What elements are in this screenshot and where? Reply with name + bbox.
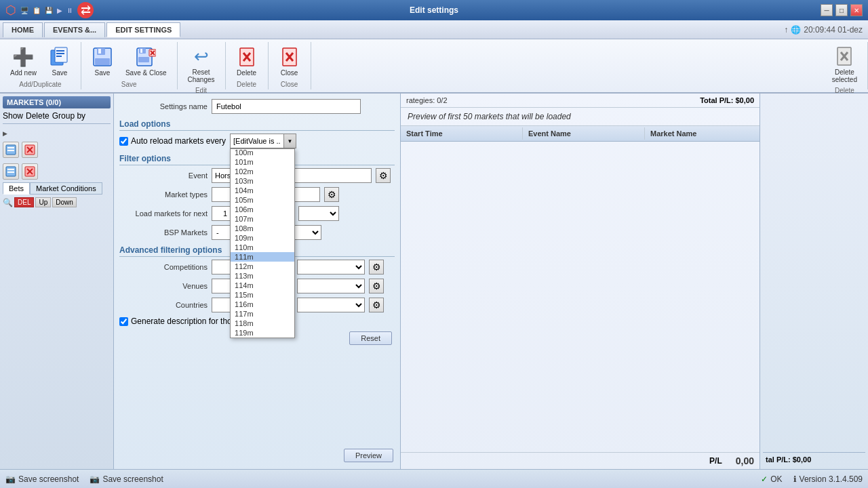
auto-reload-dropdown-container: ▼ 100m101m102m103m104m105m106m107m108m10…: [230, 134, 296, 148]
dropdown-item[interactable]: 102m: [231, 167, 294, 176]
sidebar-img-btn-1[interactable]: [3, 142, 19, 158]
down-btn[interactable]: Down: [52, 197, 77, 207]
dropdown-item[interactable]: 101m: [231, 157, 294, 167]
tab-events[interactable]: EVENTS &...: [44, 22, 105, 37]
auto-reload-checkbox[interactable]: [119, 137, 128, 146]
reset-label: Reset Changes: [188, 68, 215, 83]
total-pl-header: Total P/L: $0,00: [700, 96, 754, 104]
delete-selected-label: Delete selected: [832, 68, 857, 83]
svg-rect-8: [95, 58, 110, 65]
load-options-title: Load options: [119, 119, 395, 131]
save-close-label: Save & Close: [125, 69, 167, 77]
event-gear-btn[interactable]: ⚙: [376, 168, 391, 183]
dropdown-item[interactable]: 107m: [231, 214, 294, 224]
title-bar: ⬡ 🖥️ 📋 💾 ▶ ⏸ ⇄ Edit settings ─ □ ✕: [0, 0, 868, 20]
close-ribbon-label: Close: [281, 69, 298, 77]
dropdown-item[interactable]: 117m: [231, 309, 294, 319]
competitions-gear-btn[interactable]: ⚙: [369, 260, 384, 274]
tab-edit-settings[interactable]: EDIT SETTINGS: [106, 22, 180, 37]
auto-reload-dropdown-btn[interactable]: ▼: [284, 134, 296, 148]
pl-label: P/L: [709, 456, 722, 466]
inner-tabs: Bets Market Conditions: [3, 182, 111, 195]
del-btn[interactable]: DEL: [14, 197, 34, 207]
event-label: Event: [119, 171, 208, 180]
svg-rect-3: [56, 53, 64, 54]
dropdown-item[interactable]: 116m: [231, 300, 294, 309]
dropdown-item[interactable]: 110m: [231, 243, 294, 252]
dropdown-item[interactable]: 112m: [231, 262, 294, 271]
duplicate-label: Save: [52, 69, 68, 77]
nav-up-icon: ↑: [784, 25, 788, 35]
add-new-button[interactable]: ➕ Add new: [5, 44, 41, 79]
save-screenshot-2[interactable]: 📷 Save screenshot: [90, 474, 163, 484]
competitions-select[interactable]: [297, 260, 365, 274]
venues-select[interactable]: [297, 279, 365, 293]
right-panel: tal P/L: $0,00: [760, 94, 868, 469]
version-label: Version 3.1.4.509: [800, 474, 863, 484]
dropdown-item[interactable]: 115m: [231, 290, 294, 300]
tab-market-conditions[interactable]: Market Conditions: [30, 182, 102, 195]
dropdown-item[interactable]: 109m: [231, 233, 294, 243]
close-ribbon-icon: [279, 46, 300, 68]
auto-reload-checkbox-label[interactable]: Auto reload markets every: [119, 136, 226, 146]
delete-selected-button[interactable]: Delete selected: [827, 43, 862, 85]
delete-button[interactable]: Delete: [231, 44, 262, 79]
countries-select[interactable]: [297, 298, 365, 312]
sidebar-img-btn-2[interactable]: [3, 163, 19, 180]
dropdown-item[interactable]: 114m: [231, 281, 294, 290]
dropdown-item[interactable]: 105m: [231, 195, 294, 205]
col-market-name: Market Name: [645, 127, 760, 140]
search-icon: 🔍: [3, 198, 13, 207]
sidebar-del-btn-2[interactable]: [22, 163, 38, 180]
market-types-gear-btn[interactable]: ⚙: [324, 187, 339, 202]
duplicate-button[interactable]: Save: [44, 44, 75, 79]
reset-button[interactable]: Reset: [349, 331, 392, 345]
settings-name-input[interactable]: [212, 99, 361, 114]
dropdown-item[interactable]: 103m: [231, 176, 294, 186]
minimize-button[interactable]: ─: [821, 4, 833, 16]
tab-bets[interactable]: Bets: [3, 182, 30, 195]
search-row: 🔍 DEL Up Down: [3, 197, 111, 207]
ok-status: ✓ OK: [761, 474, 782, 484]
load-markets-select2[interactable]: [298, 206, 339, 221]
ribbon-group-close: Close Close: [269, 42, 311, 89]
svg-rect-26: [7, 147, 14, 148]
dropdown-item[interactable]: 106m: [231, 205, 294, 214]
competitions-label: Competitions: [119, 263, 208, 271]
tab-home[interactable]: HOME: [3, 22, 43, 37]
save-button[interactable]: Save: [87, 44, 118, 79]
ribbon: ➕ Add new Save Add/Duplicate Save: [0, 39, 868, 94]
svg-rect-1: [55, 47, 67, 62]
svg-rect-11: [140, 49, 142, 53]
dropdown-item[interactable]: 113m: [231, 271, 294, 281]
dropdown-item[interactable]: 118m: [231, 319, 294, 328]
close-button[interactable]: ✕: [850, 4, 863, 16]
save-close-button[interactable]: Save & Close: [121, 44, 172, 79]
version-icon: ℹ: [793, 474, 797, 484]
nav-globe-icon: 🌐: [791, 25, 801, 35]
nav-right: ↑ 🌐 20:09:44 01-dez: [781, 25, 865, 35]
auto-reload-input[interactable]: [230, 134, 284, 148]
svg-rect-32: [7, 169, 14, 170]
dropdown-item[interactable]: 104m: [231, 186, 294, 195]
reset-changes-button[interactable]: ↩ Reset Changes: [183, 43, 220, 85]
venues-gear-btn[interactable]: ⚙: [369, 279, 384, 293]
sidebar-del-btn-1[interactable]: [22, 142, 38, 158]
delete-group-label: Delete: [237, 79, 256, 88]
generate-desc-checkbox[interactable]: [119, 317, 128, 326]
save-screenshot-1[interactable]: 📷 Save screenshot: [5, 474, 79, 484]
dropdown-item[interactable]: 119m: [231, 328, 294, 338]
svg-rect-27: [7, 150, 14, 151]
countries-gear-btn[interactable]: ⚙: [369, 298, 384, 312]
close-ribbon-button[interactable]: Close: [274, 44, 305, 79]
preview-button[interactable]: Preview: [344, 449, 393, 462]
maximize-button[interactable]: □: [835, 4, 848, 16]
dropdown-item[interactable]: 111m: [231, 252, 294, 262]
up-btn[interactable]: Up: [35, 197, 51, 207]
dropdown-item[interactable]: 108m: [231, 224, 294, 233]
dropdown-item[interactable]: 100m: [231, 148, 294, 157]
auto-reload-dropdown-list[interactable]: 100m101m102m103m104m105m106m107m108m109m…: [230, 148, 295, 338]
delete-icon: [236, 46, 258, 68]
svg-rect-2: [56, 50, 64, 52]
svg-rect-12: [138, 57, 149, 62]
